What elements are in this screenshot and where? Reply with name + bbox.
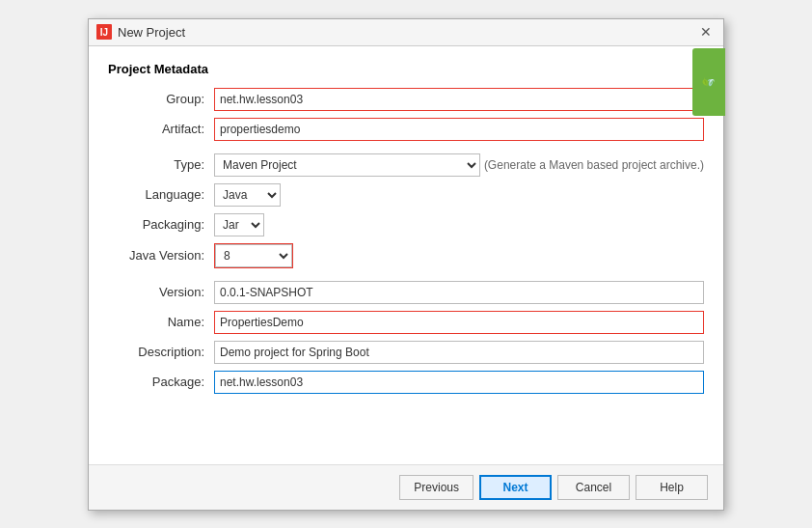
group-row: Group: (108, 88, 704, 111)
package-label: Package: (108, 375, 214, 389)
packaging-label: Packaging: (108, 217, 214, 232)
artifact-row: Artifact: (108, 118, 704, 141)
app-icon: IJ (96, 24, 112, 40)
package-input[interactable] (214, 371, 704, 394)
cancel-button[interactable]: Cancel (557, 475, 630, 500)
type-description: (Generate a Maven based project archive.… (484, 158, 704, 172)
type-label: Type: (108, 157, 214, 172)
version-input[interactable] (214, 281, 704, 304)
dialog-content: Project Metadata Group: Artifact: Type: … (89, 46, 723, 464)
type-select[interactable]: Maven Project Gradle Project (214, 153, 480, 177)
language-label: Language: (108, 187, 214, 202)
help-button[interactable]: Help (636, 475, 708, 500)
group-label: Group: (108, 92, 214, 106)
language-row: Language: Java Kotlin Groovy (108, 183, 704, 207)
description-input[interactable] (214, 341, 704, 364)
name-label: Name: (108, 315, 214, 329)
new-project-dialog: IJ New Project ✕ 🍃 Project Metadata Grou… (88, 18, 724, 511)
artifact-input[interactable] (214, 118, 704, 141)
spring-logo: 🍃 (692, 48, 725, 116)
name-input[interactable] (214, 311, 704, 334)
packaging-row: Packaging: Jar War (108, 213, 704, 236)
previous-button[interactable]: Previous (399, 475, 474, 500)
java-version-row: Java Version: 8 11 17 (108, 243, 704, 268)
description-row: Description: (108, 341, 704, 364)
language-select[interactable]: Java Kotlin Groovy (214, 183, 281, 207)
description-label: Description: (108, 345, 214, 359)
artifact-label: Artifact: (108, 122, 214, 136)
title-bar: IJ New Project ✕ (89, 19, 723, 46)
java-version-wrapper: 8 11 17 (214, 243, 293, 268)
version-row: Version: (108, 281, 704, 304)
type-row: Type: Maven Project Gradle Project (Gene… (108, 153, 704, 177)
java-version-label: Java Version: (108, 248, 214, 263)
section-title: Project Metadata (108, 62, 704, 76)
package-row: Package: (108, 371, 704, 394)
svg-text:🍃: 🍃 (702, 74, 716, 88)
name-row: Name: (108, 311, 704, 334)
close-button[interactable]: ✕ (696, 23, 716, 41)
group-input[interactable] (214, 88, 704, 111)
type-select-container: Maven Project Gradle Project (Generate a… (214, 153, 704, 177)
packaging-select[interactable]: Jar War (214, 213, 264, 236)
next-button[interactable]: Next (479, 475, 552, 500)
java-version-select[interactable]: 8 11 17 (215, 244, 292, 267)
version-label: Version: (108, 285, 214, 299)
dialog-title: New Project (118, 25, 185, 40)
title-bar-left: IJ New Project (96, 24, 185, 40)
dialog-footer: Previous Next Cancel Help (89, 464, 723, 510)
